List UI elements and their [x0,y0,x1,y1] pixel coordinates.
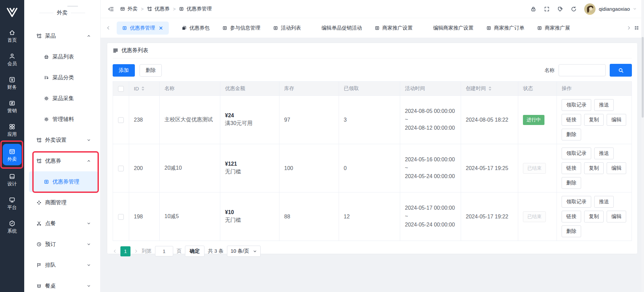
row-checkbox[interactable] [118,166,124,171]
coupon-table: ID 名称 优惠金额 库存 已领取 活动时间 创建时间 状态 操作 [113,81,632,241]
menu-item-ordering[interactable]: 点餐 [24,213,100,234]
close-icon[interactable] [158,26,163,31]
confirm-button[interactable]: 确定 [185,246,204,257]
menu-item-dishes[interactable]: 菜品 [24,26,100,46]
cell-created: 2024-05-17 19:25 [461,144,518,193]
edit-button[interactable]: 编辑 [607,211,626,222]
rail-item-label: 首页 [7,38,17,42]
delete-row-button[interactable]: 删除 [562,225,581,237]
rail-item-platform[interactable]: 平台 [0,194,24,212]
row-actions: 领取记录 推送 链接 复制 编辑 删除 [562,196,627,237]
tab-coupon-management[interactable]: 优惠券管理 [117,22,169,35]
breadcrumb-takeout[interactable]: 外卖 [120,6,138,12]
cell-condition: 无门槛 [225,168,274,175]
scrollbar-thumb[interactable] [642,37,644,118]
breadcrumb-coupon[interactable]: 优惠券 [147,6,169,12]
cell-claimed: 12 [339,193,400,241]
menu-item-dish-list[interactable]: 菜品列表 [24,46,100,67]
add-button[interactable]: 添加 [113,64,135,77]
tabs-scroll-right-icon[interactable] [627,26,631,30]
goto-page-input[interactable] [155,246,173,256]
menu-item-business-district[interactable]: 商圈管理 [24,192,100,213]
edit-button[interactable]: 编辑 [607,162,626,174]
cell-name: 主校区大促优惠测试 [160,96,220,144]
tabs-scroll-left-icon[interactable] [106,26,111,30]
menu-item-coupon-management[interactable]: 优惠券管理 [29,171,98,192]
tab-edit-merchant-promo-settings[interactable]: 编辑商家推广设置 [425,25,473,31]
pagination: 1 到第 页 确定 共 3 条 10 条/页 [113,246,632,257]
prev-page-icon[interactable] [113,249,117,253]
menu-item-takeout-settings[interactable]: 外卖设置 [24,130,100,151]
tab-merchant-promo-display[interactable]: 商家推广展 [537,25,570,31]
rail-item-apps[interactable]: 应用 [0,120,24,139]
chevron-down-icon [87,242,91,246]
push-button[interactable]: 推送 [594,196,614,208]
rail-item-design[interactable]: 设计 [0,170,24,189]
breadcrumb-coupon-management[interactable]: 优惠券管理 [179,6,212,12]
scrollbar-track[interactable] [641,0,644,292]
sort-icon[interactable] [489,86,491,91]
next-page-icon[interactable] [134,249,138,253]
menu-item-tables[interactable]: 餐桌 [24,276,100,292]
link-button[interactable]: 链接 [562,114,581,126]
edit-button[interactable]: 编辑 [607,114,626,126]
link-button[interactable]: 链接 [562,211,581,222]
tab-label: 优惠券包 [189,25,210,31]
tab-merchant-promo-settings[interactable]: 商家推广设置 [375,25,413,31]
cell-amount: ¥10 [225,209,274,215]
delete-button[interactable]: 删除 [140,64,162,77]
rail-item-system[interactable]: 系统 [0,217,24,236]
menu-item-ingredients[interactable]: 管理辅料 [24,109,100,130]
claim-records-button[interactable]: 领取记录 [562,148,591,159]
column-header-created[interactable]: 创建时间 [466,85,486,92]
page-button-1[interactable]: 1 [120,246,130,256]
copy-button[interactable]: 复制 [584,162,604,174]
rail-item-member[interactable]: 会员 [0,50,24,69]
lock-icon[interactable] [530,6,536,12]
push-button[interactable]: 推送 [594,99,614,111]
claim-records-button[interactable]: 领取记录 [562,196,591,208]
tab-edit-single-promo[interactable]: 编辑单品促销活动 [314,25,362,31]
column-header-id[interactable]: ID [134,86,139,91]
menu-item-coupon[interactable]: 优惠券 [24,151,100,171]
sort-icon[interactable] [142,86,144,91]
rail-item-takeout-active[interactable]: 外卖 [3,144,22,165]
link-button[interactable]: 链接 [562,162,581,174]
delete-row-button[interactable]: 删除 [562,177,581,189]
page-size-select[interactable]: 10 条/页 [227,246,261,257]
cell-name: 10减5 [160,193,220,241]
menu-item-queue[interactable]: 排队 [24,255,100,276]
claim-records-button[interactable]: 领取记录 [562,99,591,111]
column-header-name: 名称 [160,82,220,96]
cell-time-end: 2024-05-24 00:00:00 [405,221,456,229]
copy-button[interactable]: 复制 [584,114,604,126]
refresh-icon[interactable] [571,6,577,12]
chevron-down-icon [87,263,91,267]
rail-item-marketing[interactable]: 营销 [0,97,24,116]
menu-item-dish-collect[interactable]: 菜品采集 [24,88,100,109]
app-logo[interactable] [6,0,18,22]
fullscreen-icon[interactable] [544,6,550,12]
select-all-checkbox[interactable] [118,86,124,92]
menu-item-dish-category[interactable]: 菜品分类 [24,67,100,88]
tabs-menu-grid-icon[interactable] [634,25,639,31]
delete-row-button[interactable]: 删除 [562,129,581,140]
tab-merchant-promo-orders[interactable]: 商家推广订单 [486,25,524,31]
sidebar-collapse-icon[interactable] [108,6,114,12]
status-badge: 进行中 [523,115,544,125]
tab-coupon-package[interactable]: 优惠券包 [182,25,210,31]
tab-activity-list[interactable]: 活动列表 [273,25,301,31]
tab-participation-info[interactable]: 参与信息管理 [222,25,260,31]
row-checkbox[interactable] [118,214,124,220]
search-button[interactable] [610,64,632,77]
push-button[interactable]: 推送 [594,148,614,159]
row-checkbox[interactable] [118,117,124,123]
tag-icon[interactable] [557,6,563,12]
search-input[interactable] [559,64,606,76]
rail-item-finance[interactable]: 财务 [0,73,24,92]
menu-item-reservation[interactable]: 预订 [24,234,100,255]
rail-item-home[interactable]: 首页 [0,26,24,45]
menu-item-label: 点餐 [45,220,56,227]
copy-button[interactable]: 复制 [584,211,604,222]
user-menu[interactable]: qidiangaoxiao [584,3,637,15]
